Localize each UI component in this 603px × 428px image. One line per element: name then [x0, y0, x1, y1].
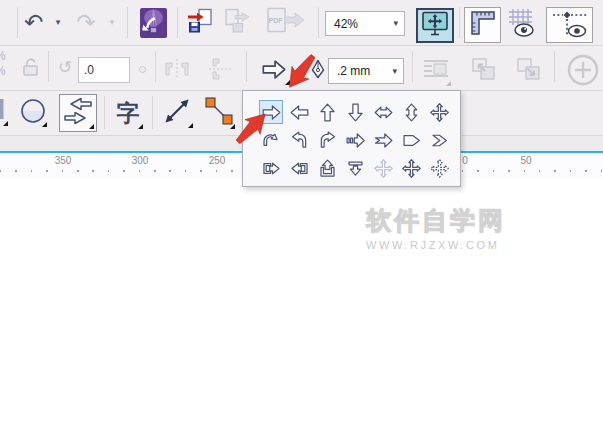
arrow-four-way-dashed[interactable]: [427, 156, 451, 180]
arrow-four-way-light[interactable]: [371, 156, 395, 180]
separator: [554, 51, 555, 82]
arrow-u-turn[interactable]: [259, 128, 283, 152]
watermark-site-name: 软件自学网: [366, 204, 506, 237]
arrow-left-right[interactable]: [371, 100, 395, 124]
application-window: ↶ ▾ ↷ ▾ PDF 42% ▾ % % ↺ .0 .2 mm ▾ 字: [0, 0, 603, 428]
redo-dropdown-caret[interactable]: ▾: [106, 14, 118, 30]
arrow-chevron-right[interactable]: [427, 128, 451, 152]
to-front-icon: [468, 54, 501, 90]
undo-dropdown-caret[interactable]: ▾: [52, 14, 64, 30]
to-front-button[interactable]: [467, 55, 501, 88]
mirror-vertical-icon: [204, 55, 236, 87]
rulers-icon: [468, 8, 498, 42]
ruler-label: 350: [55, 155, 72, 166]
undo-button[interactable]: ↶: [20, 5, 48, 39]
arrow-into-box-left[interactable]: [287, 156, 311, 180]
arrow-pennant-right[interactable]: [399, 128, 423, 152]
arrow-up[interactable]: [315, 100, 339, 124]
arrow-down[interactable]: [343, 100, 367, 124]
separator: [17, 7, 18, 38]
show-guidelines-button[interactable]: [546, 7, 593, 43]
arrow-right[interactable]: [259, 100, 283, 124]
text-tool-button[interactable]: 字: [111, 95, 145, 131]
arrow-striped-right[interactable]: [343, 128, 367, 152]
export-button[interactable]: [221, 7, 253, 38]
to-back-icon: [513, 54, 546, 90]
arrow-bent-up-left[interactable]: [287, 128, 311, 152]
connector-tool-button[interactable]: [201, 95, 237, 131]
separator: [246, 51, 247, 82]
ellipse-icon: [18, 96, 48, 130]
wrap-text-button[interactable]: [419, 56, 453, 88]
caret-down-icon: ▾: [56, 18, 61, 27]
show-grid-button[interactable]: [505, 7, 543, 43]
watermark: 软件自学网 WWW.RJZXW.COM: [366, 204, 506, 251]
arrow-shapes-flyout-palette: [242, 90, 461, 187]
caret-down-icon: ▾: [392, 67, 397, 76]
shapes-tool-button-selected[interactable]: [59, 94, 97, 132]
quick-customize-button[interactable]: [566, 55, 600, 89]
caret-down-icon: ▾: [393, 19, 398, 28]
outline-width-combo[interactable]: .2 mm ▾: [328, 58, 404, 84]
zoom-level-value: 42%: [334, 17, 358, 31]
unlocked-padlock-icon: [20, 56, 42, 82]
arrow-bent-up-right[interactable]: [315, 128, 339, 152]
to-back-button[interactable]: [512, 55, 546, 88]
separator: [177, 7, 178, 38]
separator: [318, 7, 319, 38]
arrow-notched-right[interactable]: [371, 128, 395, 152]
arrow-four-way[interactable]: [427, 100, 451, 124]
import-button[interactable]: [184, 7, 216, 38]
outline-width-value: .2 mm: [337, 64, 370, 78]
ruler-label: 0: [462, 155, 468, 166]
dimension-tool-button[interactable]: [159, 96, 195, 130]
guidelines-eye-icon: [550, 7, 590, 43]
pan-tool-button[interactable]: [416, 8, 454, 43]
caret-down-icon: ▾: [110, 18, 115, 27]
export-icon: [222, 6, 252, 40]
arrow-up-down[interactable]: [399, 100, 423, 124]
mirror-horizontal-button[interactable]: [161, 57, 192, 85]
arrow-up-from-tray[interactable]: [315, 156, 339, 180]
redo-button[interactable]: ↷: [72, 5, 100, 39]
mirror-horizontal-icon: [162, 55, 192, 87]
watermark-site-url: WWW.RJZXW.COM: [366, 239, 506, 251]
arrow-down-to-tray[interactable]: [343, 156, 367, 180]
ruler-label: 300: [132, 155, 149, 166]
drawing-canvas[interactable]: [0, 178, 603, 428]
pdf-label: PDF: [267, 17, 284, 24]
separator: [155, 51, 156, 82]
double-arrows-icon: [61, 95, 95, 131]
degree-mark-icon: [139, 66, 146, 73]
perfect-shape-flyout-button[interactable]: [256, 55, 292, 87]
block-arrow-right-icon: [259, 56, 289, 87]
lock-ratio-button[interactable]: [19, 57, 42, 80]
ruler-label: 250: [209, 155, 226, 166]
arrow-four-way-bold[interactable]: [399, 156, 423, 180]
angle-value: .0: [84, 63, 94, 77]
rotate-ccw-icon: ↺: [58, 57, 72, 78]
arrow-left[interactable]: [287, 100, 311, 124]
arrow-out-of-box-right[interactable]: [259, 156, 283, 180]
rotate-button[interactable]: ↺: [55, 55, 75, 79]
redo-icon: ↷: [76, 11, 95, 34]
angle-of-rotation-input[interactable]: .0: [78, 57, 130, 83]
clipped-tool-button[interactable]: [0, 98, 10, 128]
undo-icon: ↶: [24, 11, 43, 34]
pen-nib-icon: [310, 59, 326, 83]
wrap-text-icon: [420, 55, 452, 89]
ruler-label: 50: [520, 155, 531, 166]
application-launcher-button[interactable]: [140, 8, 167, 38]
show-rulers-button[interactable]: [464, 7, 501, 43]
corel-balloon-icon: [140, 8, 167, 38]
grid-eye-icon: [507, 7, 541, 43]
text-tool-icon: 字: [117, 98, 140, 129]
clipped-tool-icon: [0, 96, 10, 130]
ellipse-tool-button[interactable]: [17, 97, 49, 129]
zoom-level-combo[interactable]: 42% ▾: [325, 11, 405, 36]
dimension-arrow-icon: [161, 95, 193, 131]
separator: [48, 51, 49, 82]
separator: [459, 7, 460, 38]
mirror-vertical-button[interactable]: [203, 57, 236, 85]
outline-pen-button[interactable]: [309, 61, 326, 81]
